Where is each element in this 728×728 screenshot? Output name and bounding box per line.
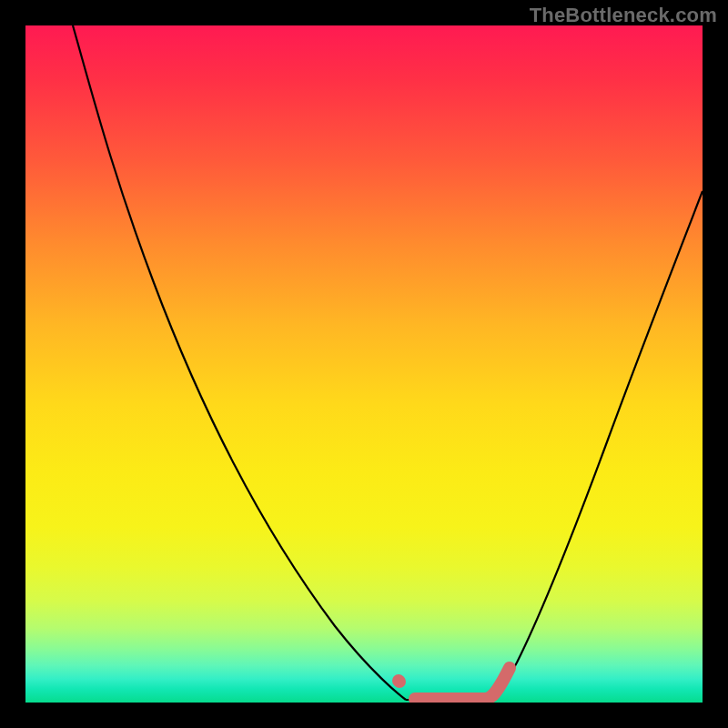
chart-stage: TheBottleneck.com — [0, 0, 728, 728]
highlight-left-dot — [399, 681, 399, 682]
black-curve-left — [73, 25, 406, 700]
highlight-segment — [415, 668, 510, 699]
plot-area — [25, 25, 703, 703]
black-curve-right — [491, 191, 703, 701]
curve-overlay — [25, 25, 703, 703]
watermark-text: TheBottleneck.com — [530, 4, 717, 27]
